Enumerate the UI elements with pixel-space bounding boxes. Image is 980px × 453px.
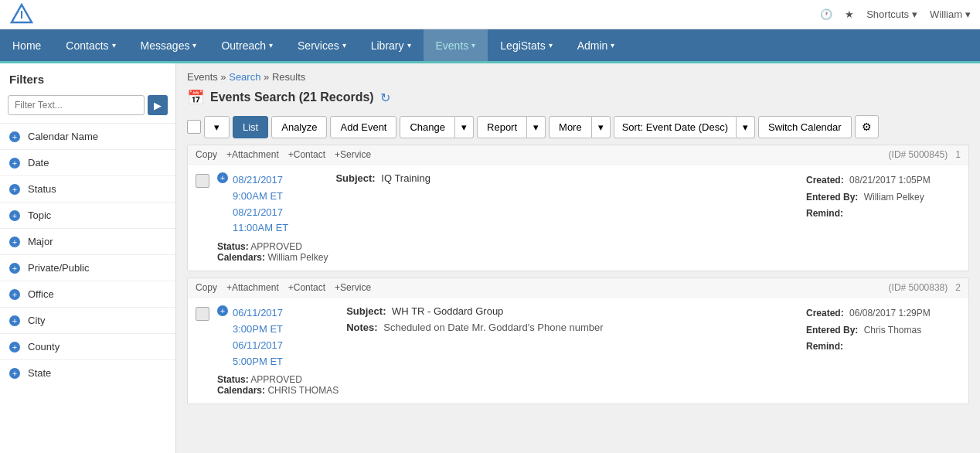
sidebar-title: Filters [0,63,175,92]
record-dates-2: + 06/11/2017 3:00PM ET 06/11/2017 5:00PM… [217,305,339,396]
change-btn-group: Change ▾ [400,116,474,138]
end-date-link-1[interactable]: 08/21/2017 [233,205,288,221]
change-dropdown[interactable]: ▾ [455,116,474,138]
add-event-button[interactable]: Add Event [330,116,396,138]
filter-text-input[interactable] [8,95,145,115]
record-actions-2: Copy +Attachment +Contact +Service [196,282,371,293]
contact-action-2[interactable]: +Contact [288,282,325,293]
switch-calendar-button[interactable]: Switch Calendar [758,116,852,138]
report-dropdown[interactable]: ▾ [527,116,546,138]
nav-library[interactable]: Library ▾ [359,29,424,61]
nav-home[interactable]: Home [0,29,53,61]
chevron-down-icon: ▾ [342,41,346,49]
select-all-checkbox[interactable] [187,120,201,134]
sidebar-item-date[interactable]: + Date [0,149,175,175]
record-checkbox-2[interactable] [196,307,209,321]
attachment-action-1[interactable]: +Attachment [226,149,279,160]
more-btn-group: More ▾ [549,116,611,138]
record-body-2: + 06/11/2017 3:00PM ET 06/11/2017 5:00PM… [188,298,968,404]
chevron-down-icon: ▾ [471,41,475,49]
sidebar-item-private-public[interactable]: + Private/Public [0,254,175,281]
nav-legistats[interactable]: LegiStats ▾ [488,29,564,61]
sort-btn-group: Sort: Event Date (Desc) ▾ [614,116,755,138]
favorites-icon[interactable]: ★ [845,9,854,20]
start-time-link-1[interactable]: 9:00AM ET [233,189,288,205]
breadcrumb-search-link[interactable]: Search [229,71,260,83]
report-button[interactable]: Report [477,116,527,138]
record-subject-1: Subject: IQ Training [335,172,798,184]
page-title: Events Search (21 Records) [210,90,374,104]
nav-contacts[interactable]: Contacts ▾ [53,29,128,61]
sidebar-item-state[interactable]: + State [0,359,175,386]
toolbar: ▾ List Analyze Add Event Change ▾ Report… [187,115,969,138]
record-meta-1: Created: 08/21/2017 1:05PM Entered By: W… [806,172,961,263]
service-action-2[interactable]: +Service [335,282,371,293]
record-checkbox-1[interactable] [196,174,209,188]
attachment-action-2[interactable]: +Attachment [226,282,279,293]
chevron-down-icon: ▾ [269,41,273,49]
nav-outreach[interactable]: Outreach ▾ [209,29,285,61]
sidebar-item-topic[interactable]: + Topic [0,202,175,228]
refresh-icon[interactable]: ↻ [380,90,390,105]
sidebar-item-county[interactable]: + County [0,333,175,359]
analyze-button[interactable]: Analyze [271,116,327,138]
end-date-link-2[interactable]: 06/11/2017 [233,338,283,354]
contact-action-1[interactable]: +Contact [288,149,325,160]
logo[interactable] [9,2,34,27]
history-icon[interactable]: 🕐 [820,9,832,20]
plus-icon[interactable]: + [217,172,228,183]
sidebar-item-calendar-name[interactable]: + Calendar Name [0,123,175,149]
more-dropdown[interactable]: ▾ [592,116,611,138]
main-layout: Filters ▶ + Calendar Name + Date + Statu… [0,63,980,453]
record-id-2: (ID# 5000838) 2 [889,282,961,293]
breadcrumb: Events » Search » Results [187,71,969,83]
record-subject-2: Subject: WH TR - Goddard Group [346,305,798,317]
copy-action-2[interactable]: Copy [196,282,217,293]
nav-services[interactable]: Services ▾ [285,29,359,61]
record-status-1: Status: APPROVED Calendars: William Pelk… [217,241,328,263]
chevron-down-icon: ▾ [192,41,196,49]
plus-icon[interactable]: + [217,305,228,316]
plus-icon: + [9,184,20,195]
chevron-down-icon: ▾ [112,41,116,49]
page-title-row: 📅 Events Search (21 Records) ↻ [187,89,969,106]
event-record-1: Copy +Attachment +Contact +Service (ID# … [187,145,969,271]
service-action-1[interactable]: +Service [335,149,371,160]
end-time-link-2[interactable]: 5:00PM ET [233,354,283,370]
shortcuts-button[interactable]: Shortcuts ▾ [866,9,917,20]
start-date-link-2[interactable]: 06/11/2017 [233,305,283,322]
start-date-link-1[interactable]: 08/21/2017 [233,172,288,189]
end-time-link-1[interactable]: 11:00AM ET [233,220,288,237]
report-btn-group: Report ▾ [477,116,546,138]
plus-icon: + [9,315,20,326]
start-time-link-2[interactable]: 3:00PM ET [233,322,283,338]
sidebar-item-office[interactable]: + Office [0,281,175,307]
filter-search-area: ▶ [0,92,175,123]
plus-icon: + [9,237,20,247]
sidebar-item-status[interactable]: + Status [0,175,175,202]
record-notes-2: Notes: Scheduled on Date Mr. Goddard's P… [346,322,798,333]
settings-gear-button[interactable]: ⚙ [855,115,879,138]
record-id-1: (ID# 5000845) 1 [889,149,961,160]
plus-icon: + [9,158,20,169]
more-button[interactable]: More [549,116,592,138]
record-header-1: Copy +Attachment +Contact +Service (ID# … [188,145,968,165]
nav-messages[interactable]: Messages ▾ [128,29,209,61]
plus-icon: + [9,289,20,300]
plus-icon: + [9,368,20,379]
nav-admin[interactable]: Admin ▾ [565,29,628,61]
copy-action-1[interactable]: Copy [196,149,217,160]
record-dates-1: + 08/21/2017 9:00AM ET 08/21/2017 11:00A… [217,172,328,263]
sort-button[interactable]: Sort: Event Date (Desc) [614,116,737,138]
sort-dropdown[interactable]: ▾ [737,116,755,138]
filter-search-button[interactable]: ▶ [148,95,168,115]
sidebar-item-city[interactable]: + City [0,307,175,333]
record-actions-1: Copy +Attachment +Contact +Service [196,149,371,160]
list-button[interactable]: List [233,116,268,138]
nav-events[interactable]: Events ▾ [424,29,488,61]
sidebar-item-major[interactable]: + Major [0,228,175,254]
user-menu[interactable]: William ▾ [930,9,971,20]
change-button[interactable]: Change [400,116,455,138]
record-main-2: Subject: WH TR - Goddard Group Notes: Sc… [346,305,798,396]
dropdown-arrow-button[interactable]: ▾ [204,116,230,138]
